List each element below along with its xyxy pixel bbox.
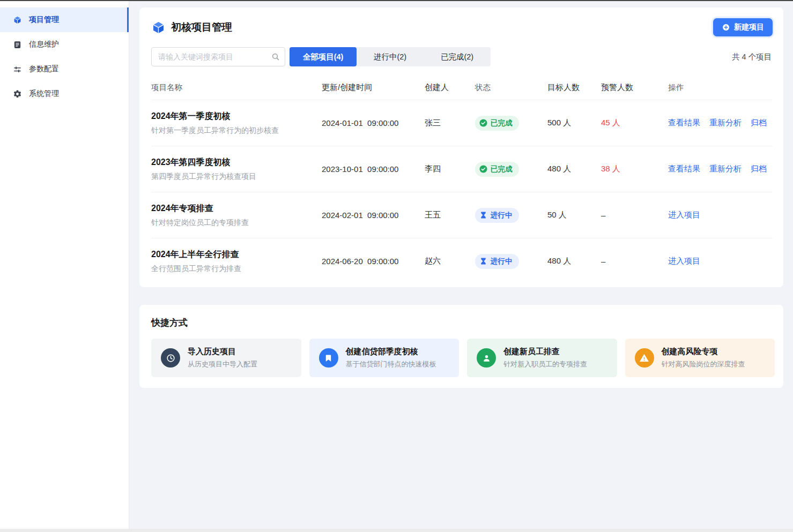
action-enter-project[interactable]: 进入项目 [668, 210, 700, 220]
shortcut-desc: 基于信贷部门特点的快速模板 [346, 359, 436, 369]
project-count-text: 共 4 个项目 [732, 52, 772, 62]
shortcut-high-risk-special[interactable]: 创建高风险专项 针对高风险岗位的深度排查 [625, 339, 775, 377]
window-bottom-border [0, 529, 793, 532]
action-reanalyze[interactable]: 重新分析 [709, 164, 742, 174]
shortcuts-panel: 快捷方式 导入历史项目 从历史项目中导入配置 [139, 305, 783, 388]
status-badge: 已完成 [475, 162, 519, 177]
user-icon [477, 348, 496, 368]
project-desc: 针对特定岗位员工的专项排查 [151, 218, 322, 228]
action-view-results[interactable]: 查看结果 [668, 118, 700, 128]
cube-icon [13, 16, 22, 25]
gear-icon [13, 89, 22, 99]
col-header-target: 目标人数 [547, 83, 601, 93]
target-count: 480 人 [547, 256, 601, 266]
search-input[interactable] [151, 47, 285, 66]
sidebar-item-project-management[interactable]: 项目管理 [0, 8, 129, 32]
shortcut-title: 创建新员工排查 [503, 347, 587, 357]
project-time: 2024-01-01 09:00:00 [322, 118, 425, 128]
project-desc: 针对第一季度员工异常行为的初步核查 [151, 126, 322, 136]
project-desc: 第四季度员工异常行为核查项目 [151, 172, 322, 182]
project-creator: 赵六 [425, 256, 475, 266]
warning-triangle-icon [635, 348, 654, 368]
sidebar-item-system-management[interactable]: 系统管理 [0, 81, 129, 106]
tab-all-projects[interactable]: 全部项目(4) [290, 47, 357, 66]
table-row: 2024年专项排查 针对特定岗位员工的专项排查 2024-02-01 09:00… [151, 192, 773, 238]
app-window: 项目管理 信息维护 参数配置 系统管理 [0, 1, 793, 532]
filter-tabs: 全部项目(4) 进行中(2) 已完成(2) [290, 47, 491, 66]
col-header-creator: 创建人 [425, 83, 475, 93]
clock-icon [161, 348, 180, 368]
main-content: 初核项目管理 新建项目 全 [129, 1, 793, 532]
page-title: 初核项目管理 [171, 20, 232, 34]
sidebar: 项目管理 信息维护 参数配置 系统管理 [0, 1, 129, 532]
check-circle-icon [479, 119, 487, 127]
plus-circle-icon [722, 23, 730, 32]
project-name: 2024年第一季度初核 [151, 111, 322, 122]
project-creator: 王五 [425, 210, 475, 220]
shortcuts-title: 快捷方式 [151, 317, 775, 329]
target-count: 50 人 [547, 210, 601, 220]
project-creator: 张三 [425, 118, 475, 128]
tab-in-progress[interactable]: 进行中(2) [357, 47, 424, 66]
sidebar-item-label: 项目管理 [29, 15, 59, 25]
table-row: 2024年第一季度初核 针对第一季度员工异常行为的初步核查 2024-01-01… [151, 100, 773, 146]
project-creator: 李四 [425, 164, 475, 174]
toolbar: 全部项目(4) 进行中(2) 已完成(2) 共 4 个项目 [139, 44, 783, 66]
cube-icon [151, 20, 166, 35]
shortcut-desc: 针对新入职员工的专项排查 [503, 359, 587, 369]
action-reanalyze[interactable]: 重新分析 [709, 118, 742, 128]
project-name: 2024年上半年全行排查 [151, 249, 322, 260]
sidebar-item-info-maintenance[interactable]: 信息维护 [0, 32, 129, 57]
new-project-button[interactable]: 新建项目 [713, 18, 773, 36]
table-row: 2024年上半年全行排查 全行范围员工异常行为排查 2024-06-20 09:… [151, 238, 773, 284]
shortcut-cards: 导入历史项目 从历史项目中导入配置 创建信贷部季度初核 基于信贷部门特点的快速模… [151, 339, 775, 377]
sliders-icon [13, 65, 22, 74]
check-circle-icon [479, 165, 487, 173]
table-row: 2023年第四季度初核 第四季度员工异常行为核查项目 2023-10-01 09… [151, 146, 773, 192]
action-archive[interactable]: 归档 [751, 118, 767, 128]
tab-completed[interactable]: 已完成(2) [424, 47, 491, 66]
hourglass-icon [479, 257, 487, 265]
panel-header: 初核项目管理 新建项目 [139, 8, 783, 44]
project-time: 2024-02-01 09:00:00 [322, 211, 425, 220]
shortcut-credit-dept-review[interactable]: 创建信贷部季度初核 基于信贷部门特点的快速模板 [309, 339, 460, 377]
project-desc: 全行范围员工异常行为排查 [151, 264, 322, 274]
action-enter-project[interactable]: 进入项目 [668, 256, 700, 266]
sidebar-item-label: 参数配置 [29, 64, 59, 74]
shortcut-title: 导入历史项目 [188, 347, 257, 357]
bookmark-icon [319, 348, 338, 368]
sidebar-item-parameter-config[interactable]: 参数配置 [0, 57, 129, 81]
search-box [151, 47, 285, 66]
warning-count: 38 人 [601, 164, 668, 174]
document-icon [13, 40, 22, 49]
col-header-name: 项目名称 [151, 83, 322, 93]
col-header-actions: 操作 [668, 83, 773, 93]
warning-count: 45 人 [601, 118, 668, 128]
col-header-status: 状态 [475, 83, 547, 93]
sidebar-item-label: 信息维护 [29, 40, 59, 49]
project-time: 2024-06-20 09:00:00 [322, 257, 425, 266]
status-badge: 进行中 [475, 208, 519, 223]
shortcut-import-history[interactable]: 导入历史项目 从历史项目中导入配置 [151, 339, 301, 377]
shortcut-new-employee-screening[interactable]: 创建新员工排查 针对新入职员工的专项排查 [467, 339, 617, 377]
shortcut-title: 创建信贷部季度初核 [346, 347, 436, 357]
warning-count: – [601, 211, 668, 220]
action-archive[interactable]: 归档 [751, 164, 767, 174]
project-time: 2023-10-01 09:00:00 [322, 164, 425, 174]
project-name: 2023年第四季度初核 [151, 157, 322, 168]
project-list-panel: 初核项目管理 新建项目 全 [139, 8, 783, 287]
search-icon[interactable] [271, 53, 280, 61]
hourglass-icon [479, 211, 487, 219]
shortcut-title: 创建高风险专项 [662, 347, 745, 357]
shortcut-desc: 针对高风险岗位的深度排查 [662, 359, 745, 369]
warning-count: – [601, 257, 668, 266]
table-header-row: 项目名称 更新/创建时间 创建人 状态 目标人数 预警人数 操作 [151, 75, 773, 100]
status-badge: 已完成 [475, 116, 519, 131]
target-count: 480 人 [547, 164, 601, 174]
target-count: 500 人 [547, 118, 601, 128]
shortcut-desc: 从历史项目中导入配置 [188, 359, 257, 369]
action-view-results[interactable]: 查看结果 [668, 164, 700, 174]
project-name: 2024年专项排查 [151, 203, 322, 214]
status-badge: 进行中 [475, 254, 519, 269]
sidebar-item-label: 系统管理 [29, 89, 59, 99]
